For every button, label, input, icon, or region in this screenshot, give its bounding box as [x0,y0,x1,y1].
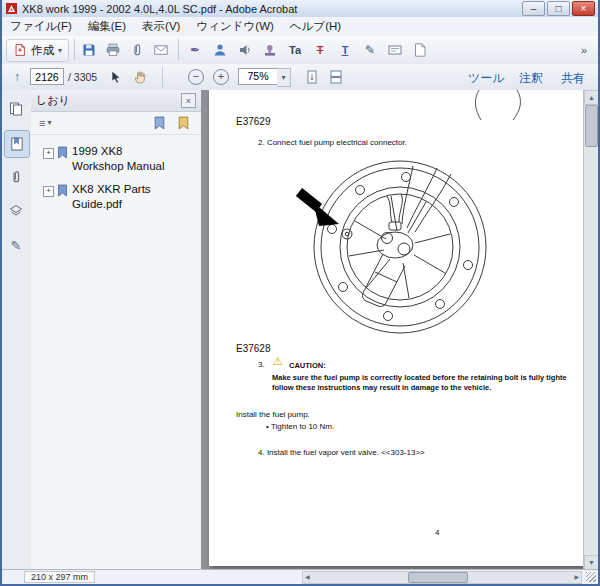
bookmarks-toolbar: ≡ ▾ [31,111,201,135]
scroll-down-button[interactable]: ▼ [584,555,598,570]
overflow-icon: » [581,44,587,56]
minimize-button[interactable]: – [522,1,545,16]
maximize-button[interactable]: □ [547,1,570,16]
scroll-up-button[interactable]: ▲ [584,90,598,105]
close-icon: × [186,96,191,106]
two-page-view-button[interactable] [326,67,346,87]
signature-button[interactable]: ✒ [185,40,205,60]
new-bookmark-button[interactable] [173,114,194,131]
bookmarks-panel-header: しおり × [31,90,201,112]
menu-window[interactable]: ウィンドウ(W) [188,17,281,36]
bookmarks-panel: しおり × ≡ ▾ + 1999 XK8 Workshop Manual + X… [31,90,202,570]
toolbar-separator [162,67,163,88]
create-pdf-label: 作成 [31,43,54,58]
arrow-up-icon: ▲ [588,94,595,101]
previous-page-button[interactable]: ↑ [7,67,27,87]
new-bookmark-icon [177,116,190,130]
share-panel-link[interactable]: 共有 [561,70,585,87]
resize-grip[interactable] [586,572,596,582]
sound-comment-button[interactable] [235,40,255,60]
pdf-page[interactable]: E37629 2. Connect fuel pump electrical c… [209,90,586,566]
stamp-button[interactable] [260,40,280,60]
tools-panel-link[interactable]: ツール [468,70,505,87]
acrobat-window: XK8 work 1999 - 2002 4.0L,4.0L SC.pdf - … [0,0,600,586]
caution-label: CAUTION: [289,361,326,370]
note-button[interactable] [410,40,430,60]
step-2-text: 2. Connect fuel pump electrical connecto… [258,138,407,147]
print-button[interactable] [103,40,123,60]
menu-help[interactable]: ヘルプ(H) [282,17,349,36]
page-thumbnails-button[interactable] [4,96,28,122]
zoom-dropdown-button[interactable]: ▾ [277,68,291,87]
save-button[interactable] [79,40,99,60]
underline-button[interactable]: T [335,40,355,60]
bookmarks-icon [9,136,25,152]
zoom-out-button[interactable]: − [186,67,206,87]
close-button[interactable]: × [572,1,595,16]
pages-icon [8,101,24,117]
textbox-button[interactable] [385,40,405,60]
attachments-panel-button[interactable] [4,164,28,190]
bookmark-options-button[interactable]: ≡ ▾ [35,114,55,131]
horizontal-scroll-thumb[interactable] [408,572,468,583]
vertical-scroll-thumb[interactable] [585,105,598,147]
step-4-text: 4. Install the fuel vapor vent valve. <<… [258,448,425,457]
chevron-down-icon: ▾ [281,73,285,82]
page-count-label: / 3305 [68,71,97,83]
scroll-left-button[interactable]: ◀ [305,573,310,582]
page-number-input[interactable] [30,68,64,85]
plus-icon: + [213,69,229,85]
select-tool-button[interactable] [106,67,126,87]
chevron-down-icon: ▾ [58,46,62,55]
scroll-right-button[interactable]: ▶ [574,573,579,582]
bookmarks-panel-button[interactable] [4,130,30,158]
bookmark-item-workshop-manual[interactable]: 1999 XK8 Workshop Manual [72,144,176,174]
comments-panel-link[interactable]: 注釈 [519,70,543,87]
fill-sign-button[interactable] [210,40,230,60]
zoom-in-button[interactable]: + [211,67,231,87]
figure-label-top: E37629 [236,116,270,127]
arrow-down-icon: ▼ [588,559,595,566]
bookmark-ribbon-icon [153,116,166,130]
menu-file[interactable]: ファイル(F) [2,17,80,36]
signature-pen-icon: ✎ [11,238,22,253]
toolbar-separator [178,39,179,60]
caution-line-2: follow these instructions may result in … [272,383,491,392]
toolbar-overflow-button[interactable]: » [574,40,594,60]
menu-view[interactable]: 表示(V) [134,17,188,36]
bookmark-item-parts-guide[interactable]: XK8 XKR Parts Guide.pdf [72,182,176,212]
horizontal-scrollbar[interactable]: ◀ ▶ [302,571,582,584]
caution-line-1: Make sure the fuel pump is correctly loc… [272,373,567,382]
email-button[interactable] [151,40,171,60]
bookmarks-panel-title: しおり [36,93,70,108]
vertical-scrollbar[interactable]: ▲ ▼ [583,90,598,570]
hand-tool-button[interactable] [130,67,150,87]
paperclip-icon [8,169,24,185]
bookmark-icon [57,183,68,201]
attachment-button[interactable] [127,40,147,60]
navigation-pane-strip: ✎ [2,90,32,570]
window-title: XK8 work 1999 - 2002 4.0L,4.0L SC.pdf - … [22,3,522,15]
create-pdf-icon [13,43,27,59]
underline-icon: T [342,44,349,56]
add-text-button[interactable]: Ta [285,40,305,60]
zoom-level-value[interactable]: 75% [238,68,278,85]
menu-edit[interactable]: 編集(E) [80,17,134,36]
add-text-icon: Ta [289,44,301,56]
layers-panel-button[interactable] [4,198,28,224]
main-toolbar: 作成 ▾ ✒ Ta T T ✎ » [2,36,598,65]
menu-bar: ファイル(F) 編集(E) 表示(V) ウィンドウ(W) ヘルプ(H) [2,17,598,37]
options-icon: ≡ [39,117,45,129]
create-pdf-button[interactable]: 作成 ▾ [6,39,69,62]
minus-icon: − [188,69,204,85]
layers-icon [8,203,24,219]
pencil-tool-button[interactable]: ✎ [360,40,380,60]
expand-toggle[interactable]: + [43,148,54,159]
expand-bookmark-button[interactable] [149,114,170,131]
chevron-down-icon: ▾ [47,118,51,127]
strikethrough-button[interactable]: T [310,40,330,60]
signatures-panel-button[interactable]: ✎ [4,232,28,258]
page-scroll-mode-button[interactable] [302,67,322,87]
expand-toggle[interactable]: + [43,186,54,197]
panel-close-button[interactable]: × [181,93,196,108]
